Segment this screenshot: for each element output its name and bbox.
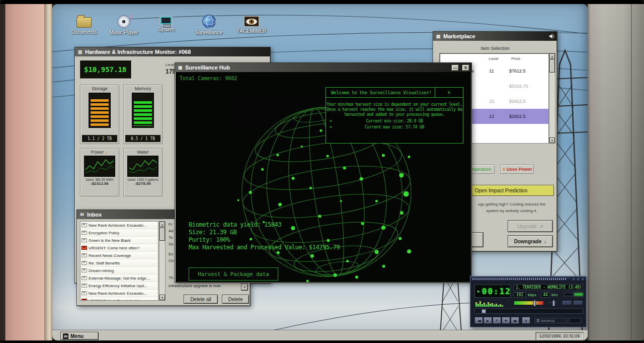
email-item[interactable]: Re: Staff Benefits (80, 259, 158, 267)
scroll-up-arrow[interactable] (159, 222, 165, 227)
power-used: Used: 380.35 MWh (80, 178, 119, 181)
email-item[interactable]: Dream-mining (80, 267, 158, 275)
chevron-icon: > (326, 119, 334, 123)
balance-slider[interactable] (547, 301, 559, 305)
dialog-title: Welcome to the Surveillance Visualiser! (326, 90, 432, 95)
dialog-close-button[interactable]: × (435, 88, 463, 98)
storage-meter (89, 93, 111, 128)
item-price: $2822.5 (509, 99, 548, 104)
email-item[interactable]: Energy Efficiency Initiative Upd... (80, 282, 158, 290)
scroll-down-arrow[interactable] (549, 138, 555, 143)
pane-scroll-down-button[interactable]: ▼ (241, 284, 248, 291)
desktop-icon-image (202, 15, 216, 28)
dialog-text-line: harvested and added to your processing q… (326, 112, 463, 117)
upgrade-button[interactable]: Upgrade (508, 220, 553, 232)
email-item[interactable]: Recent News Coverage (80, 252, 158, 259)
stat-line: Biometric data yield: 15843 (189, 221, 340, 229)
player-close-button[interactable] (581, 278, 585, 281)
eject-button[interactable] (522, 317, 530, 324)
hardware-monitor-titlebar[interactable]: Hardware & Infrastructure Monitor: #068 (75, 47, 270, 56)
email-item[interactable]: URGENT: Come here often? (80, 244, 158, 252)
play-indicator-icon: ▶ (477, 289, 480, 294)
item-list-scrollbar[interactable] (549, 53, 555, 144)
price-column-header: Price (511, 56, 548, 61)
menu-button[interactable]: m Menu (60, 332, 99, 340)
marketplace-title: Marketplace (443, 33, 475, 39)
pause-button[interactable] (493, 317, 501, 324)
playlist-button[interactable] (573, 300, 583, 305)
envelope-icon (82, 284, 87, 288)
scroll-thumb[interactable] (159, 228, 165, 241)
memory-panel: Memory 0.5 / 1 TB (123, 85, 163, 144)
water-label: Water (124, 149, 162, 155)
email-list: New Rank Achieved: Excavato... Encryptio… (80, 221, 158, 301)
scroll-up-arrow[interactable] (549, 53, 555, 59)
desktop-icon-label: Music Player (104, 30, 144, 35)
hardware-monitor-title: Hardware & Infrastructure Monitor: #068 (85, 49, 191, 55)
surveillance-titlebar[interactable]: Surveillance Hub (175, 63, 471, 72)
email-item[interactable]: Green is the New Black (80, 237, 158, 244)
email-item[interactable]: New Rank Achieved: Excavato... (80, 290, 158, 297)
monitor-bezel-right (588, 4, 644, 340)
email-list-scrollbar[interactable] (159, 221, 166, 301)
play-button[interactable] (484, 317, 492, 324)
email-subject: New Rank Achieved: Excavato... (89, 291, 147, 296)
email-item[interactable]: External Message: Get the edge... (80, 275, 158, 282)
storage-label: Storage (80, 85, 119, 91)
repeat-toggle[interactable] (569, 318, 581, 323)
item-price: $5316.75 (509, 84, 548, 89)
close-button[interactable] (462, 64, 469, 71)
player-minimize-button[interactable] (572, 278, 576, 281)
delete-all-button[interactable]: Delete all (184, 295, 218, 304)
desktop-icon[interactable]: FACEMINER (231, 13, 272, 34)
inbox-title: Inbox (87, 212, 102, 218)
player-titlebar[interactable] (470, 277, 586, 282)
desktop-icon-label: Documents (64, 29, 104, 35)
harvest-package-button[interactable]: Harvest & Package data (189, 267, 278, 281)
downgrade-button[interactable]: Downgrade (508, 235, 553, 247)
clock: 12/02/1999, 22:31:09 (539, 333, 580, 338)
minimize-button[interactable] (451, 64, 459, 71)
shuffle-checkbox[interactable] (537, 319, 539, 322)
email-item[interactable]: URGENT: High Electricity Usage (80, 297, 158, 301)
email-subject: Encryption Policy (89, 231, 119, 235)
player-shade-button[interactable] (577, 278, 580, 281)
camera-icon (177, 64, 183, 71)
desktop-icon[interactable]: Music Player (104, 13, 144, 35)
stat-line: Purity: 100% (189, 236, 340, 244)
desktop-icon[interactable]: System (146, 13, 186, 32)
seek-slider[interactable] (474, 309, 583, 314)
envelope-icon (82, 231, 87, 235)
marketplace-titlebar[interactable]: Marketplace (433, 32, 557, 41)
envelope-icon (79, 212, 85, 218)
envelope-icon (82, 268, 87, 272)
sound-icon[interactable] (549, 34, 555, 39)
time-value: 00:12 (482, 287, 511, 296)
desktop-icon[interactable]: Documents (64, 13, 104, 35)
email-item[interactable]: Encryption Policy (80, 229, 158, 237)
chevron-icon: > (326, 125, 334, 129)
email-subject: New Rank Achieved: Excavato... (89, 223, 147, 228)
desktop-icon-image (244, 16, 259, 27)
previous-button[interactable] (474, 317, 483, 324)
warning-icon: ⚠ (105, 151, 108, 154)
shuffle-toggle[interactable]: SHUFFLE (535, 318, 567, 323)
water-used: Used: 1352.0 gallons (124, 178, 162, 181)
desktop-icon[interactable]: Surveillance (189, 13, 229, 35)
envelope-icon (82, 223, 87, 227)
item-level: 11 (474, 68, 509, 74)
room-wall (0, 4, 44, 340)
stop-button[interactable] (502, 317, 510, 324)
email-subject: Green is the New Black (89, 238, 131, 243)
next-button[interactable] (511, 317, 519, 324)
envelope-icon (82, 246, 87, 250)
shuffle-label: SHUFFLE (541, 319, 554, 322)
scroll-down-arrow[interactable] (159, 295, 165, 300)
delete-button[interactable]: Delete (222, 295, 249, 304)
cooling-info-text: ugs getting high? Cooling reduces thesys… (473, 201, 550, 214)
eq-button[interactable] (562, 300, 572, 305)
email-item[interactable]: New Rank Achieved: Excavato... (80, 222, 158, 229)
volume-slider[interactable] (514, 301, 544, 305)
scroll-thumb[interactable] (549, 59, 555, 73)
min-size-value: Current min size: 28.9 GB (334, 119, 463, 123)
